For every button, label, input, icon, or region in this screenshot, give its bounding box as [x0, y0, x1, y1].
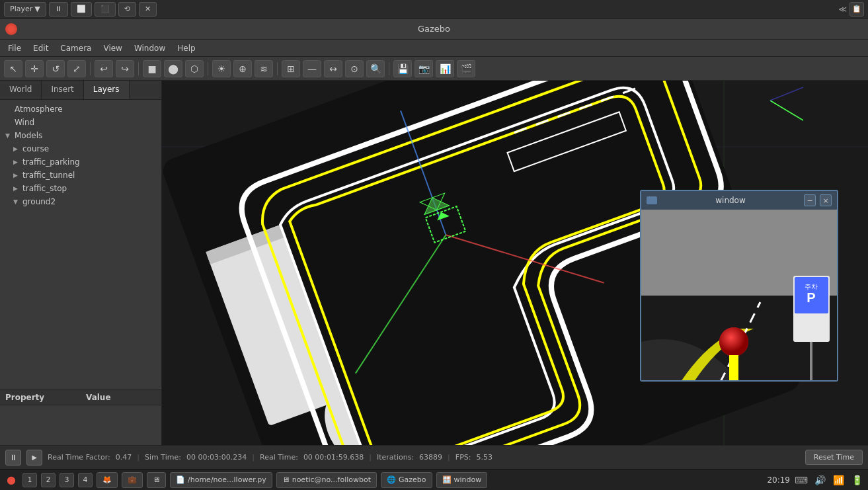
- realtime-factor-value: 0.47: [116, 453, 132, 462]
- camera-window-minimize[interactable]: −: [804, 194, 816, 206]
- tab-world[interactable]: World: [0, 81, 42, 99]
- step-button[interactable]: ▶: [26, 450, 42, 466]
- menu-help[interactable]: Help: [172, 42, 200, 54]
- taskbar-terminal[interactable]: 🖥: [147, 472, 166, 488]
- tool-sun[interactable]: ☀: [212, 60, 231, 77]
- sys-btn-4[interactable]: ✕: [139, 2, 157, 17]
- sys-btn-1[interactable]: ⬜: [71, 2, 92, 17]
- player-label: Player: [10, 5, 32, 13]
- menu-window[interactable]: Window: [129, 42, 171, 54]
- tool-record[interactable]: 📷: [414, 60, 433, 77]
- reset-time-button[interactable]: Reset Time: [805, 450, 863, 465]
- tool-joints[interactable]: —: [303, 60, 321, 77]
- taskbar-item-gazebo[interactable]: 🌐 Gazebo: [381, 472, 432, 488]
- sim-time-value: 00 00:03:00.234: [186, 453, 247, 462]
- tree-item-models[interactable]: ▼ Models: [0, 129, 161, 142]
- terminal2-label: noetic@no...followbot: [292, 475, 371, 484]
- menu-camera[interactable]: Camera: [55, 42, 97, 54]
- arrow-traffic-tunnel: ▶: [13, 172, 20, 179]
- python-icon: 📄: [176, 475, 185, 484]
- pause-sys-button[interactable]: ⏸: [49, 2, 68, 17]
- title-bar: Gazebo: [0, 19, 868, 40]
- taskbar-num-1[interactable]: 1: [22, 473, 37, 487]
- tool-redo[interactable]: ↪: [116, 60, 134, 77]
- menu-view[interactable]: View: [98, 42, 127, 54]
- taskbar-item-python[interactable]: 📄 /home/noe...llower.py: [170, 472, 272, 488]
- taskbar-num-2[interactable]: 2: [41, 473, 56, 487]
- camera-scene-svg: P 주차: [641, 210, 837, 380]
- tool-rotate[interactable]: ↺: [46, 60, 65, 77]
- tree-item-traffic-parking[interactable]: ▶ traffic_parking: [0, 155, 161, 169]
- sidebar: World Insert Layers Atmosphere Wind ▼ Mo…: [0, 81, 162, 445]
- tree-area: Atmosphere Wind ▼ Models ▶ course ▶ traf…: [0, 100, 161, 389]
- menu-edit[interactable]: Edit: [28, 42, 54, 54]
- camera-window-titlebar[interactable]: window − ×: [641, 191, 837, 210]
- tool-undo[interactable]: ↩: [95, 60, 113, 77]
- tool-cylinder[interactable]: ⬡: [185, 60, 204, 77]
- taskbar-app-icon[interactable]: ●: [4, 473, 19, 487]
- sep-status-1: |: [137, 453, 139, 462]
- top-sys-bar: Player ▼ ⏸ ⬜ ⬛ ⟲ ✕ ≪ 📋: [0, 0, 868, 19]
- tool-contacts[interactable]: ↔: [324, 60, 342, 77]
- tree-item-wind[interactable]: Wind: [0, 116, 161, 129]
- window-title: Gazebo: [418, 24, 450, 34]
- tab-layers[interactable]: Layers: [84, 81, 130, 99]
- tool-spot-light[interactable]: ≋: [255, 60, 273, 77]
- camera-window[interactable]: window − ×: [640, 190, 838, 382]
- camera-window-close[interactable]: ×: [820, 194, 832, 206]
- taskbar-files[interactable]: 💼: [122, 472, 143, 488]
- tool-video[interactable]: 🎬: [457, 60, 475, 77]
- double-arrows: ≪: [838, 5, 847, 14]
- taskbar-sound[interactable]: 🔊: [812, 473, 827, 487]
- realtime-factor-label: Real Time Factor:: [48, 453, 110, 462]
- sys-btn-2[interactable]: ⬛: [95, 2, 116, 17]
- svg-text:P: P: [807, 290, 815, 305]
- sys-btn-3[interactable]: ⟲: [118, 2, 136, 17]
- pause-icon: ⏸: [9, 453, 17, 462]
- tool-grid[interactable]: ⊞: [282, 60, 300, 77]
- pause-button[interactable]: ⏸: [5, 450, 21, 466]
- taskbar-network[interactable]: 📶: [831, 473, 846, 487]
- sep-status-4: |: [448, 453, 450, 462]
- camera-content: P 주차: [641, 210, 837, 380]
- svg-rect-30: [729, 355, 738, 380]
- tool-translate[interactable]: ✛: [25, 60, 44, 77]
- taskbar-item-terminal2[interactable]: 🖥 noetic@no...followbot: [276, 472, 377, 488]
- tool-chart[interactable]: 📊: [436, 60, 454, 77]
- tree-item-traffic-tunnel[interactable]: ▶ traffic_tunnel: [0, 169, 161, 182]
- tree-item-ground2[interactable]: ▼ ground2: [0, 195, 161, 208]
- tool-select[interactable]: ↖: [4, 60, 22, 77]
- app-icon: [5, 23, 17, 35]
- menu-file[interactable]: File: [3, 42, 26, 54]
- real-time-label: Real Time:: [260, 453, 298, 462]
- tree-item-course[interactable]: ▶ course: [0, 142, 161, 155]
- sep-2: [138, 62, 139, 75]
- taskbar-num-4[interactable]: 4: [78, 473, 93, 487]
- prop-col-property: Property: [0, 390, 81, 405]
- taskbar-browser[interactable]: 🦊: [97, 472, 118, 488]
- tab-insert[interactable]: Insert: [42, 81, 83, 99]
- iterations-value: 63889: [419, 453, 442, 462]
- iterations-label: Iterations:: [377, 453, 414, 462]
- tree-item-traffic-stop[interactable]: ▶ traffic_stop: [0, 182, 161, 195]
- sys-icon-right[interactable]: 📋: [849, 2, 864, 17]
- taskbar-item-window[interactable]: 🪟 window: [436, 472, 488, 488]
- tool-search[interactable]: 🔍: [366, 60, 385, 77]
- label-traffic-tunnel: traffic_tunnel: [22, 171, 75, 180]
- viewport[interactable]: window − ×: [162, 81, 868, 445]
- tool-scale[interactable]: ⤢: [67, 60, 86, 77]
- taskbar-keyboard[interactable]: ⌨: [794, 473, 809, 487]
- tool-sphere[interactable]: ⬤: [164, 60, 182, 77]
- player-button[interactable]: Player ▼: [4, 2, 46, 17]
- tree-item-atmosphere[interactable]: Atmosphere: [0, 102, 161, 116]
- tool-point-light[interactable]: ⊕: [233, 60, 252, 77]
- taskbar-battery[interactable]: 🔋: [849, 473, 864, 487]
- sep-1: [90, 62, 91, 75]
- arrow-course: ▶: [13, 145, 20, 152]
- tool-measure[interactable]: ⊙: [345, 60, 364, 77]
- prop-content: [0, 405, 161, 445]
- taskbar-num-3[interactable]: 3: [59, 473, 74, 487]
- tool-screenshot[interactable]: 💾: [393, 60, 412, 77]
- tool-box[interactable]: ■: [143, 60, 161, 77]
- window-icon: 🪟: [442, 475, 452, 484]
